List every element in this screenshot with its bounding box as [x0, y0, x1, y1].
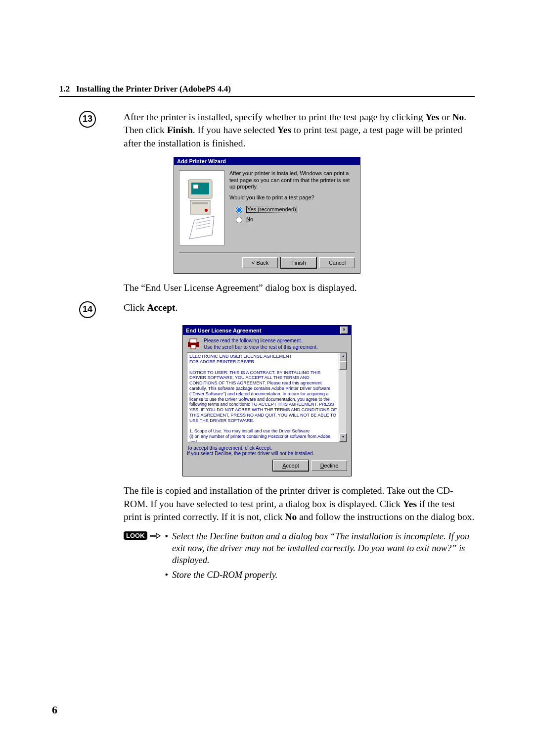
- eula-dialog: End User License Agreement × Please read…: [182, 325, 352, 476]
- scrollbar[interactable]: ▴ ▾: [339, 353, 347, 442]
- eula-body-bottom: 1. Scope of Use. You may install and use…: [189, 428, 338, 442]
- wizard-titlebar: Add Printer Wizard: [174, 157, 360, 165]
- svg-point-6: [205, 209, 208, 212]
- section-number: 1.2: [59, 84, 70, 94]
- wizard-computer-icon: [179, 170, 224, 245]
- scroll-up-icon[interactable]: ▴: [339, 353, 347, 361]
- scroll-thumb[interactable]: [339, 361, 347, 370]
- svg-rect-13: [191, 345, 196, 349]
- section-title: Installing the Printer Driver (AdobePS 4…: [76, 84, 231, 94]
- eula-body-mid: NOTICE TO USER: THIS IS A CONTRACT. BY I…: [189, 370, 338, 424]
- add-printer-wizard-dialog: Add Printer Wizard: [174, 157, 360, 274]
- svg-rect-12: [190, 339, 197, 343]
- step-number-13: 13: [79, 111, 96, 128]
- svg-rect-5: [192, 202, 208, 204]
- bullet-dot: •: [165, 569, 168, 581]
- page-number: 6: [52, 704, 57, 716]
- wizard-radio-no[interactable]: [236, 217, 242, 223]
- eula-head-line2: Use the scroll bar to view the rest of t…: [204, 344, 318, 351]
- look-bullet-2: Store the CD-ROM properly.: [172, 569, 277, 581]
- eula-body-top: ELECTRONIC END USER LICENSE AGREEMENT FO…: [189, 354, 338, 365]
- wizard-back-button[interactable]: < Back: [242, 257, 278, 268]
- scroll-down-icon[interactable]: ▾: [339, 433, 347, 442]
- step14-text: Click Accept.: [124, 301, 475, 318]
- look-bullet-1: Select the Decline button and a dialog b…: [172, 530, 475, 566]
- wizard-intro-text: After your printer is installed, Windows…: [229, 170, 355, 190]
- after-wizard-text: The “End User License Agreement” dialog …: [124, 282, 475, 294]
- close-icon[interactable]: ×: [340, 327, 348, 334]
- look-badge: LOOK: [124, 530, 161, 540]
- eula-head-line1: Please read the following license agreem…: [204, 338, 318, 344]
- look-label: LOOK: [124, 531, 147, 540]
- eula-decline-button[interactable]: Decline: [312, 460, 347, 471]
- eula-titlebar: End User License Agreement: [186, 328, 261, 333]
- after-eula-text: The file is copied and installation of t…: [124, 484, 475, 523]
- eula-foot-line1: To accept this agreement, click Accept.: [187, 445, 347, 451]
- printer-icon: [187, 338, 201, 350]
- step-number-14: 14: [79, 301, 96, 318]
- eula-accept-button[interactable]: Accept: [273, 460, 309, 471]
- wizard-finish-button[interactable]: Finish: [281, 257, 316, 268]
- wizard-radio-yes[interactable]: [236, 207, 242, 213]
- wizard-radio-yes-label[interactable]: Yes (recommended): [246, 206, 297, 212]
- eula-foot-line2: If you select Decline, the printer drive…: [187, 451, 347, 456]
- pointing-hand-icon: [149, 530, 161, 540]
- eula-textarea: ELECTRONIC END USER LICENSE AGREEMENT FO…: [187, 352, 347, 442]
- svg-rect-3: [193, 185, 198, 189]
- bullet-dot: •: [165, 530, 168, 566]
- wizard-question-text: Would you like to print a test page?: [229, 194, 355, 201]
- wizard-cancel-button[interactable]: Cancel: [319, 257, 355, 268]
- wizard-radio-no-label[interactable]: No: [246, 216, 253, 222]
- section-header: 1.2 Installing the Printer Driver (Adobe…: [59, 84, 475, 97]
- step13-text: After the printer is installed, specify …: [124, 111, 475, 150]
